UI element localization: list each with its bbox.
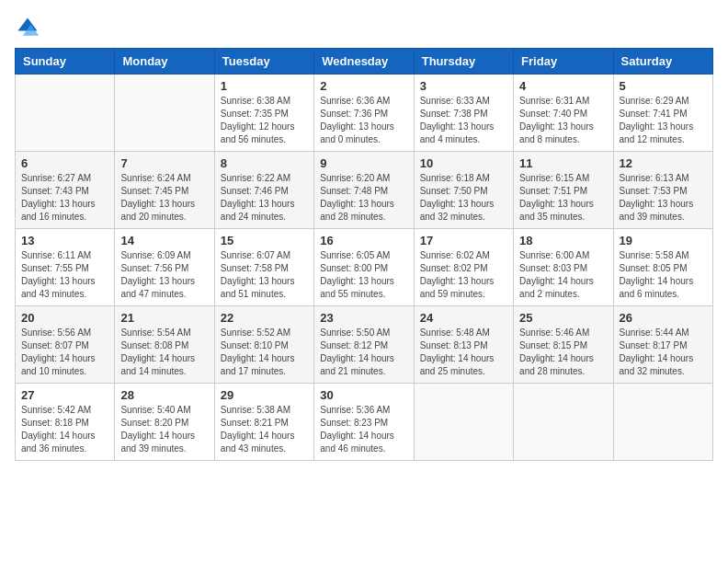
day-number: 20 [21,311,108,325]
calendar-cell: 12Sunrise: 6:13 AMSunset: 7:53 PMDayligh… [613,152,712,229]
day-number: 10 [420,156,507,170]
day-number: 28 [120,388,208,402]
day-of-week-header: Monday [115,49,214,75]
calendar-cell: 15Sunrise: 6:07 AMSunset: 7:58 PMDayligh… [214,229,313,306]
day-number: 8 [221,156,308,170]
calendar-cell: 1Sunrise: 6:38 AMSunset: 7:35 PMDaylight… [214,75,313,152]
day-number: 4 [519,79,607,93]
day-number: 19 [620,234,707,247]
calendar-table: SundayMondayTuesdayWednesdayThursdayFrid… [15,48,713,461]
day-number: 3 [420,79,507,93]
calendar-cell: 17Sunrise: 6:02 AMSunset: 8:02 PMDayligh… [414,229,513,306]
day-info: Sunrise: 6:02 AMSunset: 8:02 PMDaylight:… [420,249,507,301]
calendar-cell [115,75,214,152]
day-info: Sunrise: 6:38 AMSunset: 7:35 PMDaylight:… [221,95,308,146]
day-number: 1 [221,79,308,93]
calendar-cell: 8Sunrise: 6:22 AMSunset: 7:46 PMDaylight… [214,152,313,229]
logo [15,15,44,40]
calendar-cell: 16Sunrise: 6:05 AMSunset: 8:00 PMDayligh… [314,229,414,306]
calendar-cell [613,384,712,461]
day-info: Sunrise: 5:50 AMSunset: 8:12 PMDaylight:… [320,327,407,378]
day-info: Sunrise: 6:13 AMSunset: 7:53 PMDaylight:… [620,172,707,224]
day-info: Sunrise: 5:52 AMSunset: 8:10 PMDaylight:… [221,327,308,378]
day-number: 2 [320,79,407,93]
day-info: Sunrise: 5:46 AMSunset: 8:15 PMDaylight:… [519,327,607,378]
day-info: Sunrise: 5:58 AMSunset: 8:05 PMDaylight:… [620,249,707,301]
day-info: Sunrise: 6:24 AMSunset: 7:45 PMDaylight:… [120,172,208,224]
day-number: 11 [519,156,607,170]
day-number: 7 [120,156,208,170]
day-info: Sunrise: 5:42 AMSunset: 8:18 PMDaylight:… [21,404,108,455]
calendar-cell: 5Sunrise: 6:29 AMSunset: 7:41 PMDaylight… [613,75,712,152]
calendar-cell: 23Sunrise: 5:50 AMSunset: 8:12 PMDayligh… [314,306,414,384]
day-number: 12 [620,156,707,170]
calendar-cell: 28Sunrise: 5:40 AMSunset: 8:20 PMDayligh… [115,384,214,461]
calendar-cell: 24Sunrise: 5:48 AMSunset: 8:13 PMDayligh… [414,306,513,384]
day-info: Sunrise: 6:18 AMSunset: 7:50 PMDaylight:… [420,172,507,224]
day-info: Sunrise: 5:40 AMSunset: 8:20 PMDaylight:… [120,404,208,455]
day-number: 26 [620,311,707,325]
day-of-week-header: Sunday [16,49,115,75]
day-info: Sunrise: 6:07 AMSunset: 7:58 PMDaylight:… [221,249,308,301]
page-header [15,15,713,40]
calendar-cell: 10Sunrise: 6:18 AMSunset: 7:50 PMDayligh… [414,152,513,229]
calendar-cell: 25Sunrise: 5:46 AMSunset: 8:15 PMDayligh… [514,306,613,384]
day-info: Sunrise: 5:54 AMSunset: 8:08 PMDaylight:… [120,327,208,378]
day-info: Sunrise: 5:44 AMSunset: 8:17 PMDaylight:… [620,327,707,378]
day-info: Sunrise: 5:56 AMSunset: 8:07 PMDaylight:… [21,327,108,378]
calendar-week-row: 20Sunrise: 5:56 AMSunset: 8:07 PMDayligh… [16,306,713,384]
day-of-week-header: Saturday [613,49,712,75]
day-info: Sunrise: 6:20 AMSunset: 7:48 PMDaylight:… [320,172,407,224]
day-number: 22 [221,311,308,325]
calendar-cell: 30Sunrise: 5:36 AMSunset: 8:23 PMDayligh… [314,384,414,461]
calendar-header-row: SundayMondayTuesdayWednesdayThursdayFrid… [16,49,713,75]
calendar-cell: 29Sunrise: 5:38 AMSunset: 8:21 PMDayligh… [214,384,313,461]
calendar-cell: 13Sunrise: 6:11 AMSunset: 7:55 PMDayligh… [16,229,115,306]
day-of-week-header: Wednesday [314,49,414,75]
day-number: 14 [120,234,208,247]
calendar-week-row: 13Sunrise: 6:11 AMSunset: 7:55 PMDayligh… [16,229,713,306]
calendar-week-row: 6Sunrise: 6:27 AMSunset: 7:43 PMDaylight… [16,152,713,229]
calendar-cell [514,384,613,461]
calendar-cell: 14Sunrise: 6:09 AMSunset: 7:56 PMDayligh… [115,229,214,306]
day-info: Sunrise: 6:00 AMSunset: 8:03 PMDaylight:… [519,249,607,301]
day-info: Sunrise: 6:11 AMSunset: 7:55 PMDaylight:… [21,249,108,301]
day-info: Sunrise: 5:48 AMSunset: 8:13 PMDaylight:… [420,327,507,378]
calendar-cell: 27Sunrise: 5:42 AMSunset: 8:18 PMDayligh… [16,384,115,461]
day-of-week-header: Friday [514,49,613,75]
calendar-cell: 18Sunrise: 6:00 AMSunset: 8:03 PMDayligh… [514,229,613,306]
calendar-cell: 7Sunrise: 6:24 AMSunset: 7:45 PMDaylight… [115,152,214,229]
calendar-week-row: 27Sunrise: 5:42 AMSunset: 8:18 PMDayligh… [16,384,713,461]
day-number: 23 [320,311,407,325]
calendar-cell: 2Sunrise: 6:36 AMSunset: 7:36 PMDaylight… [314,75,414,152]
day-info: Sunrise: 6:36 AMSunset: 7:36 PMDaylight:… [320,95,407,146]
day-info: Sunrise: 5:38 AMSunset: 8:21 PMDaylight:… [221,404,308,455]
calendar-cell [16,75,115,152]
day-info: Sunrise: 6:22 AMSunset: 7:46 PMDaylight:… [221,172,308,224]
calendar-cell: 4Sunrise: 6:31 AMSunset: 7:40 PMDaylight… [514,75,613,152]
day-number: 15 [221,234,308,247]
day-number: 25 [519,311,607,325]
calendar-cell: 20Sunrise: 5:56 AMSunset: 8:07 PMDayligh… [16,306,115,384]
day-number: 17 [420,234,507,247]
day-info: Sunrise: 6:31 AMSunset: 7:40 PMDaylight:… [519,95,607,146]
logo-icon [15,15,40,40]
day-info: Sunrise: 6:29 AMSunset: 7:41 PMDaylight:… [620,95,707,146]
day-number: 18 [519,234,607,247]
calendar-cell: 21Sunrise: 5:54 AMSunset: 8:08 PMDayligh… [115,306,214,384]
day-of-week-header: Tuesday [214,49,313,75]
day-number: 13 [21,234,108,247]
day-of-week-header: Thursday [414,49,513,75]
day-number: 9 [320,156,407,170]
day-number: 21 [120,311,208,325]
calendar-cell: 3Sunrise: 6:33 AMSunset: 7:38 PMDaylight… [414,75,513,152]
day-info: Sunrise: 6:15 AMSunset: 7:51 PMDaylight:… [519,172,607,224]
calendar-cell: 6Sunrise: 6:27 AMSunset: 7:43 PMDaylight… [16,152,115,229]
calendar-cell: 22Sunrise: 5:52 AMSunset: 8:10 PMDayligh… [214,306,313,384]
day-number: 27 [21,388,108,402]
day-number: 6 [21,156,108,170]
day-number: 5 [620,79,707,93]
calendar-cell: 9Sunrise: 6:20 AMSunset: 7:48 PMDaylight… [314,152,414,229]
calendar-cell [414,384,513,461]
day-info: Sunrise: 6:27 AMSunset: 7:43 PMDaylight:… [21,172,108,224]
